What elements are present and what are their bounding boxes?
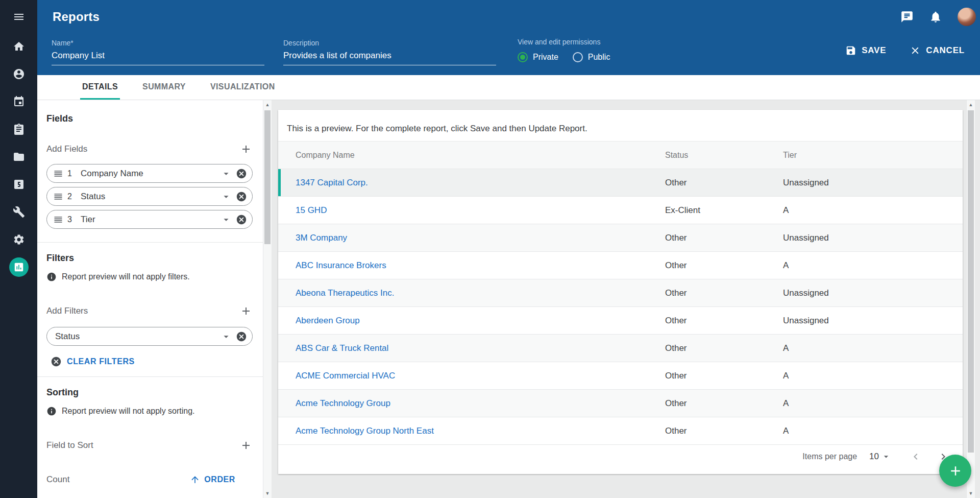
company-link[interactable]: Abeona Therapeutics Inc. [296,288,394,298]
add-fields-button[interactable] [239,143,253,156]
scroll-down-button[interactable]: ▼ [263,489,272,498]
plus-icon [240,305,252,317]
chevron-left-icon [910,450,922,463]
table-row[interactable]: 3M CompanyOtherUnassigned [278,224,963,252]
table-row[interactable]: Abeona Therapeutics Inc.OtherUnassigned [278,279,963,307]
company-link[interactable]: 15 GHD [296,205,327,215]
chevron-down-icon[interactable] [220,168,232,179]
sidebar-item-calendar[interactable] [0,88,37,115]
status-cell: Other [648,252,766,279]
company-cell: Acme Technology Group North East [278,417,648,445]
reports-active-indicator [9,257,29,277]
tab-visualization[interactable]: VISUALIZATION [208,75,277,100]
field-chip-tier[interactable]: 3 Tier [46,210,253,229]
field-order-number: 1 [67,169,76,178]
table-row[interactable]: Acme Technology GroupOtherA [278,390,963,417]
public-radio[interactable] [573,52,583,62]
table-row[interactable]: Acme Technology Group North EastOtherA [278,417,963,445]
sidebar-item-tasks[interactable] [0,115,37,143]
arrow-up-icon [190,475,200,485]
description-input[interactable]: Provides a list of companies [283,51,496,65]
remove-field-icon[interactable] [236,168,247,179]
sidebar-item-home[interactable] [0,33,37,60]
add-filters-button[interactable] [239,304,253,318]
tab-summary[interactable]: SUMMARY [140,75,188,100]
table-row[interactable]: Aberdeen GroupOtherUnassigned [278,307,963,335]
table-row[interactable]: ABC Insurance BrokersOtherA [278,252,963,279]
table-row[interactable]: ABS Car & Truck RentalOtherA [278,335,963,362]
save-button-label: SAVE [862,45,886,56]
company-link[interactable]: ABS Car & Truck Rental [296,343,388,353]
permissions-group: View and edit permissions Private Public [518,38,624,62]
header-actions [900,7,976,27]
prev-page-button[interactable] [910,450,922,463]
avatar[interactable] [958,8,976,26]
status-cell: Other [648,169,766,197]
scroll-down-button[interactable]: ▼ [967,489,975,498]
chat-button[interactable] [900,10,914,23]
sidebar-item-tools[interactable] [0,198,37,226]
table-row[interactable]: 1347 Capital Corp.OtherUnassigned [278,169,963,197]
scroll-up-button[interactable]: ▲ [967,100,975,109]
remove-field-icon[interactable] [236,191,247,202]
chevron-down-icon[interactable] [220,331,232,342]
panel-scrollbar-thumb[interactable] [264,110,271,244]
table-row[interactable]: ACME Commercial HVACOtherA [278,362,963,390]
filter-chip-status[interactable]: Status [46,327,253,346]
company-link[interactable]: Acme Technology Group North East [296,426,434,436]
sorting-note-row: Report preview will not apply sorting. [46,406,253,416]
filters-note-row: Report preview will not apply filters. [46,272,253,282]
description-field: Description Provides a list of companies [283,39,496,65]
status-cell: Other [648,362,766,390]
sidebar-item-settings[interactable] [0,226,37,253]
add-fab[interactable] [939,455,971,487]
company-link[interactable]: 3M Company [296,233,347,243]
header-buttons: SAVE CANCEL [845,45,965,56]
chevron-down-icon[interactable] [220,191,232,202]
filter-chip-label: Status [55,331,220,342]
cancel-button[interactable]: CANCEL [910,45,965,56]
company-link[interactable]: Aberdeen Group [296,316,360,325]
company-link[interactable]: ABC Insurance Brokers [296,260,386,270]
bell-icon [929,10,942,23]
order-button[interactable]: ORDER [190,475,235,485]
company-cell: 1347 Capital Corp. [278,169,648,197]
tab-details[interactable]: DETAILS [80,75,120,100]
sidebar-item-number-5[interactable] [0,171,37,198]
app-root: Reports Name* Company List Description P… [0,0,980,498]
chevron-down-icon [881,452,891,462]
company-link[interactable]: ACME Commercial HVAC [296,371,395,381]
private-radio[interactable] [518,52,528,62]
name-input[interactable]: Company List [52,51,264,65]
company-link[interactable]: Acme Technology Group [296,398,390,408]
field-to-sort-label: Field to Sort [46,440,93,450]
field-chip-status[interactable]: 2 Status [46,187,253,206]
menu-button[interactable] [0,3,37,31]
notifications-button[interactable] [929,10,942,23]
drag-handle-icon[interactable] [53,192,63,202]
items-per-page-select[interactable]: 10 [869,452,891,462]
remove-field-icon[interactable] [236,214,247,225]
drag-handle-icon[interactable] [53,215,63,225]
add-fields-row: Add Fields [46,143,253,156]
add-sort-field-button[interactable] [239,439,253,452]
items-per-page-label: Items per page [802,452,857,461]
company-cell: 3M Company [278,224,648,252]
sidebar-item-folders[interactable] [0,143,37,171]
section-divider [37,242,263,243]
tier-cell: A [766,335,963,362]
company-link[interactable]: 1347 Capital Corp. [296,178,368,187]
chevron-down-icon[interactable] [220,214,232,225]
table-row[interactable]: 15 GHDEx-ClientA [278,197,963,224]
main-scrollbar-thumb[interactable] [968,110,974,453]
remove-filter-icon[interactable] [236,331,247,342]
company-cell: ACME Commercial HVAC [278,362,648,390]
field-chip-company-name[interactable]: 1 Company Name [46,164,253,183]
sidebar-item-reports[interactable] [0,253,37,281]
sidebar-item-contacts[interactable] [0,60,37,88]
add-fields-label: Add Fields [46,144,87,154]
save-button[interactable]: SAVE [845,45,886,56]
clear-filters-button[interactable]: CLEAR FILTERS [51,356,135,367]
drag-handle-icon[interactable] [53,169,63,179]
scroll-up-button[interactable]: ▲ [263,100,272,109]
